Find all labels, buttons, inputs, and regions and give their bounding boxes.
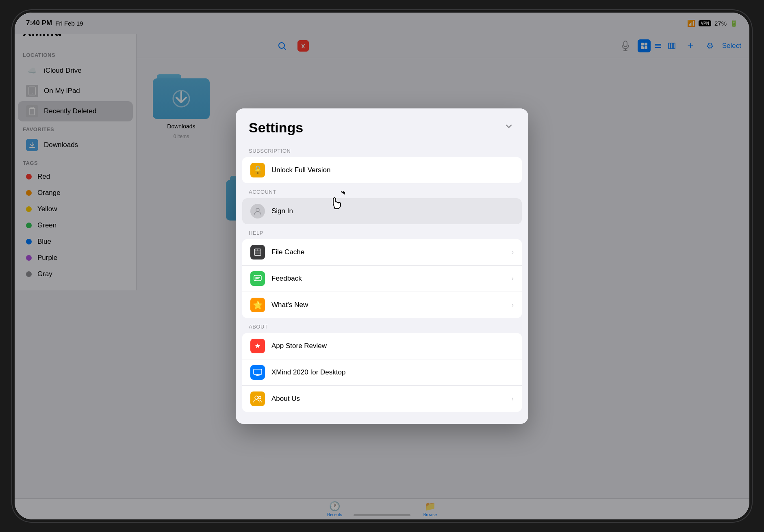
unlock-label: Unlock Full Version <box>271 166 514 174</box>
feedback-label: Feedback <box>271 275 505 283</box>
feedback-row[interactable]: Feedback › <box>242 266 522 292</box>
ipad-frame: 7:40 PM Fri Feb 19 📶 VPN 27% 🔋 XMind Loc… <box>12 10 752 522</box>
unlock-icon: 🔓 <box>250 163 265 177</box>
home-indicator <box>354 514 410 516</box>
settings-section-help: HELP <box>236 224 528 318</box>
feedback-chevron: › <box>512 275 514 282</box>
modal-title: Settings <box>249 120 303 136</box>
filecache-label: File Cache <box>271 248 505 256</box>
aboutus-icon <box>250 391 265 406</box>
account-group: Sign In <box>242 198 522 224</box>
feedback-icon <box>250 271 265 286</box>
svg-point-26 <box>256 208 259 212</box>
appstore-row[interactable]: App Store Review <box>242 333 522 359</box>
signin-row[interactable]: Sign In <box>242 198 522 224</box>
whatsnew-label: What's New <box>271 301 505 309</box>
settings-section-subscription: SUBSCRIPTION 🔓 Unlock Full Version <box>236 142 528 183</box>
desktop-icon <box>250 365 265 380</box>
about-group: App Store Review XM <box>242 333 522 412</box>
modal-body: SUBSCRIPTION 🔓 Unlock Full Version ACCOU… <box>236 142 528 424</box>
svg-point-31 <box>257 249 258 250</box>
subscription-header: SUBSCRIPTION <box>236 142 528 157</box>
account-header: ACCOUNT <box>236 183 528 198</box>
filecache-row[interactable]: File Cache › <box>242 239 522 266</box>
settings-section-account: ACCOUNT Sign In <box>236 183 528 224</box>
about-header: ABOUT <box>236 318 528 333</box>
unlock-row[interactable]: 🔓 Unlock Full Version <box>242 157 522 183</box>
signin-label: Sign In <box>271 207 514 215</box>
svg-point-38 <box>255 396 258 399</box>
help-header: HELP <box>236 224 528 239</box>
settings-section-about: ABOUT App Store Review <box>236 318 528 412</box>
appstore-icon <box>250 339 265 353</box>
ipad-screen: 7:40 PM Fri Feb 19 📶 VPN 27% 🔋 XMind Loc… <box>15 13 749 519</box>
desktop-label: XMind 2020 for Desktop <box>271 368 514 376</box>
filecache-chevron: › <box>512 249 514 256</box>
subscription-group: 🔓 Unlock Full Version <box>242 157 522 183</box>
appstore-label: App Store Review <box>271 342 514 350</box>
whatsnew-chevron: › <box>512 301 514 309</box>
desktop-row[interactable]: XMind 2020 for Desktop <box>242 359 522 386</box>
help-group: File Cache › <box>242 239 522 318</box>
settings-modal: Settings SUBSCRIPTION 🔓 <box>236 108 528 424</box>
svg-point-30 <box>256 249 256 250</box>
svg-point-39 <box>258 396 261 399</box>
modal-overlay[interactable]: Settings SUBSCRIPTION 🔓 <box>15 13 749 519</box>
svg-rect-32 <box>254 275 261 281</box>
svg-rect-35 <box>254 369 262 374</box>
modal-header: Settings <box>236 108 528 142</box>
aboutus-chevron: › <box>512 395 514 402</box>
modal-dismiss-button[interactable] <box>502 120 515 133</box>
filecache-icon <box>250 245 265 260</box>
whatsnew-icon: ⭐ <box>250 298 265 312</box>
aboutus-row[interactable]: About Us › <box>242 386 522 412</box>
whatsnew-row[interactable]: ⭐ What's New › <box>242 292 522 318</box>
user-avatar <box>250 204 265 218</box>
aboutus-label: About Us <box>271 395 505 403</box>
